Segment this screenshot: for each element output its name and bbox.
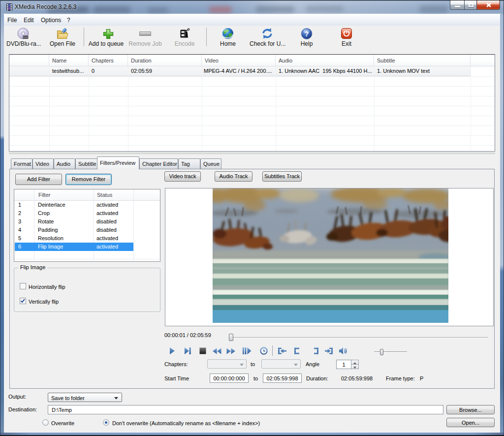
svg-text:?: ? xyxy=(305,30,309,38)
svg-text:DVD: DVD xyxy=(23,36,28,39)
